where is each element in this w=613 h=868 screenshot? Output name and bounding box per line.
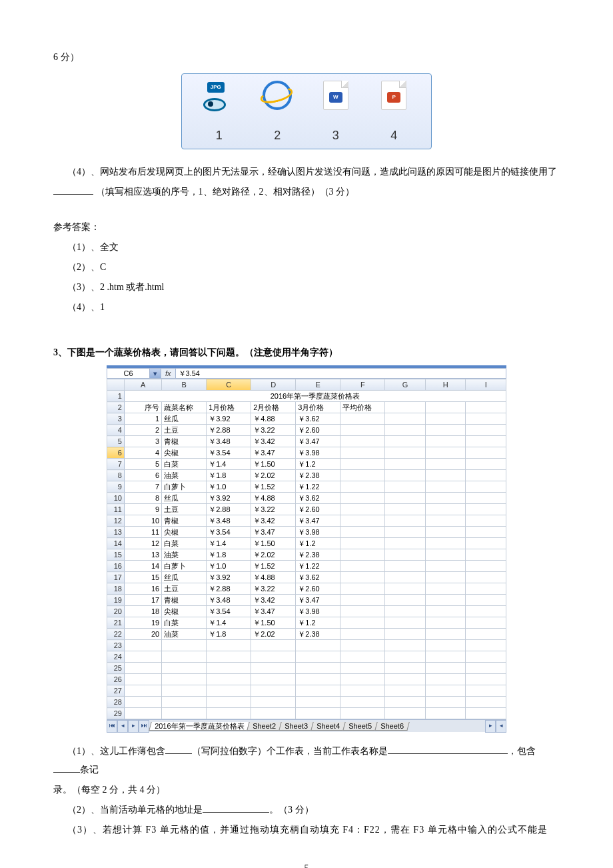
cell[interactable]: 10 (124, 515, 161, 527)
cell[interactable] (340, 527, 385, 538)
cell[interactable]: ￥1.0 (207, 481, 251, 493)
cell[interactable] (385, 425, 426, 436)
cell[interactable]: 4 (124, 447, 161, 459)
cell[interactable]: 20 (124, 629, 161, 640)
cell[interactable]: ￥3.48 (207, 595, 251, 606)
cell[interactable] (425, 527, 466, 538)
cell[interactable] (466, 629, 506, 640)
cell[interactable] (466, 572, 506, 583)
cell[interactable]: 18 (124, 606, 161, 617)
cell[interactable]: 16 (124, 583, 161, 595)
cell[interactable]: ￥3.62 (296, 413, 340, 425)
cell[interactable]: 15 (124, 572, 161, 583)
cell[interactable] (340, 606, 385, 617)
cell[interactable] (162, 674, 207, 685)
row-header-14[interactable]: 14 (107, 538, 125, 549)
row-header-4[interactable]: 4 (107, 425, 125, 436)
cell[interactable] (340, 459, 385, 470)
sheet-tab-1[interactable]: 2016年第一季度蔬菜价格表 (149, 722, 250, 731)
cell[interactable] (385, 583, 426, 595)
cell[interactable] (340, 515, 385, 527)
cell[interactable] (251, 685, 296, 697)
cell[interactable]: ￥3.48 (207, 515, 251, 527)
cell[interactable]: ￥1.2 (296, 538, 340, 549)
cell[interactable] (466, 447, 506, 459)
row-header-8[interactable]: 8 (107, 470, 125, 481)
cell[interactable]: 尖椒 (162, 527, 207, 538)
cell[interactable] (162, 651, 207, 663)
cell[interactable]: 白菜 (162, 617, 207, 629)
row-header-7[interactable]: 7 (107, 459, 125, 470)
cell[interactable] (296, 685, 340, 697)
cell[interactable] (466, 459, 506, 470)
cell[interactable] (385, 538, 426, 549)
row-header-6[interactable]: 6 (107, 447, 125, 459)
row-header-25[interactable]: 25 (107, 663, 125, 674)
name-box[interactable]: C6 (107, 369, 150, 378)
row-header-11[interactable]: 11 (107, 504, 125, 515)
row-header-24[interactable]: 24 (107, 651, 125, 663)
cell[interactable]: ￥4.88 (251, 572, 296, 583)
cell[interactable]: 1 (124, 413, 161, 425)
cell[interactable] (340, 583, 385, 595)
row-header-3[interactable]: 3 (107, 413, 125, 425)
cell[interactable] (162, 685, 207, 697)
table-title[interactable]: 2016年第一季度蔬菜价格表 (124, 391, 506, 402)
cell[interactable]: ￥4.88 (251, 493, 296, 504)
cell[interactable]: 12 (124, 538, 161, 549)
cell[interactable] (340, 617, 385, 629)
cell[interactable] (340, 697, 385, 708)
cell[interactable]: 6 (124, 470, 161, 481)
col-header-F[interactable]: F (340, 379, 385, 391)
row-header-20[interactable]: 20 (107, 606, 125, 617)
cell[interactable] (340, 629, 385, 640)
cell[interactable]: 白菜 (162, 538, 207, 549)
cell[interactable] (385, 436, 426, 447)
cell[interactable]: ￥3.92 (207, 493, 251, 504)
tab-nav-first[interactable]: ⏮ (107, 720, 117, 733)
cell[interactable]: 8 (124, 493, 161, 504)
cell[interactable] (425, 629, 466, 640)
cell[interactable] (385, 504, 426, 515)
cell[interactable] (425, 595, 466, 606)
cell[interactable] (425, 413, 466, 425)
select-all-cell[interactable] (107, 379, 125, 391)
cell[interactable]: ￥2.02 (251, 470, 296, 481)
cell[interactable] (466, 504, 506, 515)
cell[interactable]: 青椒 (162, 515, 207, 527)
cell[interactable]: ￥3.92 (207, 413, 251, 425)
cell[interactable]: ￥3.22 (251, 583, 296, 595)
cell[interactable] (340, 425, 385, 436)
cell[interactable] (466, 538, 506, 549)
cell[interactable]: 2月价格 (251, 402, 296, 413)
cell[interactable] (385, 481, 426, 493)
cell[interactable] (385, 674, 426, 685)
cell[interactable] (466, 640, 506, 651)
row-header-13[interactable]: 13 (107, 527, 125, 538)
cell[interactable] (425, 663, 466, 674)
cell[interactable]: ￥3.54 (207, 447, 251, 459)
cell[interactable]: 油菜 (162, 470, 207, 481)
cell[interactable]: ￥3.47 (296, 436, 340, 447)
cell[interactable]: 青椒 (162, 436, 207, 447)
cell[interactable]: 5 (124, 459, 161, 470)
cell[interactable]: ￥2.88 (207, 504, 251, 515)
cell[interactable] (466, 595, 506, 606)
cell[interactable] (425, 481, 466, 493)
cell[interactable] (296, 697, 340, 708)
cell[interactable] (124, 674, 161, 685)
cell[interactable] (385, 561, 426, 572)
cell[interactable]: 14 (124, 561, 161, 572)
cell[interactable]: 白菜 (162, 459, 207, 470)
cell[interactable]: ￥3.47 (251, 606, 296, 617)
cell[interactable] (466, 402, 506, 413)
cell[interactable]: 尖椒 (162, 606, 207, 617)
row-header-18[interactable]: 18 (107, 583, 125, 595)
cell[interactable] (385, 402, 426, 413)
cell[interactable]: ￥1.52 (251, 561, 296, 572)
cell[interactable] (251, 708, 296, 719)
cell[interactable] (340, 413, 385, 425)
cell[interactable]: ￥3.42 (251, 436, 296, 447)
cell[interactable] (124, 697, 161, 708)
cell[interactable] (425, 402, 466, 413)
